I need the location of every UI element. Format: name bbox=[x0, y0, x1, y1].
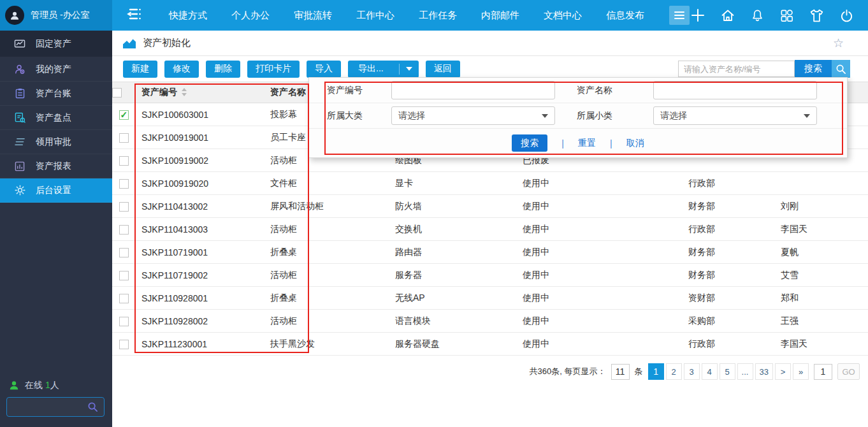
apps-grid-icon[interactable] bbox=[779, 8, 794, 23]
table-row[interactable]: ✓ SJKP110928001 折叠桌 无线AP 使用中 资财部 郑和 bbox=[112, 287, 868, 310]
filter-reset-link[interactable]: 重置 bbox=[578, 138, 596, 149]
cell-asset-code: SJKP110413002 bbox=[135, 195, 264, 218]
filter-search-button[interactable]: 搜索 bbox=[512, 134, 547, 152]
cell-asset-code: SJKP111230001 bbox=[135, 333, 264, 356]
sidebar-item-backend-settings[interactable]: 后台设置 bbox=[0, 178, 112, 203]
quick-search-input[interactable] bbox=[678, 61, 795, 77]
cell-asset-code: SJKP100603001 bbox=[135, 103, 264, 126]
page-button[interactable]: ... bbox=[737, 363, 753, 380]
menu-item[interactable]: 文档中心 bbox=[532, 0, 594, 31]
cell-asset-name: 活动柜 bbox=[264, 310, 389, 333]
search-icon[interactable] bbox=[87, 402, 98, 412]
cell-asset-code: SJKP110413003 bbox=[135, 218, 264, 241]
table-row[interactable]: ✓ SJKP110413002 屏风和活动柜 防火墙 使用中 财务部 刘刚 bbox=[112, 195, 868, 218]
clipboard-icon bbox=[14, 88, 25, 99]
cell-status: 使用中 bbox=[516, 241, 682, 264]
import-button[interactable]: 导入 bbox=[307, 61, 341, 78]
nav-list-icon[interactable] bbox=[125, 6, 143, 25]
menu-toggle-button[interactable] bbox=[669, 6, 690, 25]
filter-cancel-link[interactable]: 取消 bbox=[626, 138, 644, 149]
header-asset-code[interactable]: 资产编号 bbox=[135, 82, 264, 103]
row-checkbox[interactable]: ✓ bbox=[119, 294, 129, 303]
row-checkbox[interactable]: ✓ bbox=[119, 317, 129, 326]
new-button[interactable]: 新建 bbox=[123, 61, 157, 78]
sidebar-item-requisition-approval[interactable]: 领用审批 bbox=[0, 130, 112, 154]
sidebar-item-label: 领用审批 bbox=[36, 136, 71, 148]
row-checkbox[interactable]: ✓ bbox=[119, 110, 129, 120]
menu-item[interactable]: 快捷方式 bbox=[157, 0, 219, 31]
row-checkbox[interactable]: ✓ bbox=[119, 340, 129, 349]
sidebar-item-label: 资产盘点 bbox=[36, 112, 71, 124]
magnifier-button[interactable] bbox=[832, 60, 850, 78]
page-button[interactable]: » bbox=[793, 363, 809, 380]
favorite-star-icon[interactable]: ☆ bbox=[833, 36, 844, 50]
theme-shirt-icon[interactable] bbox=[809, 8, 825, 23]
cell-department: 采购部 bbox=[682, 310, 774, 333]
report-chart-icon bbox=[14, 161, 25, 171]
page-button[interactable]: 4 bbox=[702, 363, 718, 380]
page-button[interactable]: 3 bbox=[684, 363, 700, 380]
online-label: 在线 bbox=[25, 380, 43, 390]
page-button[interactable]: > bbox=[775, 363, 791, 380]
menu-item[interactable]: 信息发布 bbox=[594, 0, 656, 31]
sidebar-item-asset-inventory[interactable]: 资产盘点 bbox=[0, 106, 112, 130]
menu-item[interactable]: 工作任务 bbox=[407, 0, 469, 31]
page-title: 资产初始化 bbox=[143, 37, 191, 49]
row-checkbox[interactable]: ✓ bbox=[119, 179, 129, 189]
page-size-input[interactable] bbox=[611, 364, 630, 380]
page-button[interactable]: 2 bbox=[666, 363, 682, 380]
menu-item[interactable]: 工作中心 bbox=[344, 0, 407, 31]
menu-item[interactable]: 内部邮件 bbox=[469, 0, 532, 31]
power-icon[interactable] bbox=[839, 8, 854, 23]
cell-department: 财务部 bbox=[682, 241, 774, 264]
select-all-checkbox[interactable]: ✓ bbox=[112, 88, 122, 98]
plus-icon[interactable] bbox=[690, 8, 705, 23]
table-row[interactable]: ✓ SJKP110928002 活动柜 语言模块 使用中 采购部 王强 bbox=[112, 310, 868, 333]
cell-status: 使用中 bbox=[516, 310, 682, 333]
sidebar-search-input[interactable] bbox=[6, 397, 105, 417]
delete-button[interactable]: 删除 bbox=[206, 61, 240, 78]
major-category-select[interactable]: 请选择 bbox=[391, 106, 555, 125]
sidebar-item-fixed-assets[interactable]: 固定资产 bbox=[0, 31, 112, 57]
filter-row-1: 资产编号 资产名称 bbox=[309, 78, 847, 103]
asset-name-input[interactable] bbox=[653, 81, 817, 99]
sidebar-item-asset-reports[interactable]: 资产报表 bbox=[0, 154, 112, 178]
back-button[interactable]: 返回 bbox=[426, 61, 460, 78]
home-icon[interactable] bbox=[720, 8, 735, 23]
row-checkbox[interactable]: ✓ bbox=[119, 156, 129, 166]
go-button[interactable]: GO bbox=[837, 363, 860, 380]
menu-item[interactable]: 审批流转 bbox=[282, 0, 344, 31]
asset-code-input[interactable] bbox=[391, 81, 555, 99]
table-row[interactable]: ✓ SJKP110719002 活动柜 服务器 使用中 财务部 艾雪 bbox=[112, 264, 868, 287]
user-area[interactable]: 管理员 -办公室 bbox=[0, 0, 112, 31]
row-checkbox[interactable]: ✓ bbox=[119, 225, 129, 235]
row-checkbox[interactable]: ✓ bbox=[119, 202, 129, 212]
table-row[interactable]: ✓ SJKP111230001 扶手黑沙发 服务器硬盘 使用中 行政部 李国天 bbox=[112, 333, 868, 356]
export-dropdown-button[interactable]: 导出... bbox=[348, 61, 419, 78]
page-button[interactable]: 33 bbox=[755, 363, 773, 380]
table-row[interactable]: ✓ SJKP100919020 文件柜 显卡 使用中 行政部 bbox=[112, 172, 868, 195]
sidebar-item-asset-ledger[interactable]: 资产台账 bbox=[0, 82, 112, 106]
bell-icon[interactable] bbox=[750, 8, 765, 23]
print-card-button[interactable]: 打印卡片 bbox=[247, 61, 300, 78]
filter-row-2: 所属大类 请选择 所属小类 请选择 bbox=[309, 103, 847, 129]
search-icon bbox=[835, 64, 846, 75]
minor-category-label: 所属小类 bbox=[577, 110, 653, 122]
row-checkbox[interactable]: ✓ bbox=[119, 248, 129, 257]
modify-button[interactable]: 修改 bbox=[164, 61, 199, 78]
cell-user: 李国天 bbox=[774, 333, 868, 356]
minor-category-select[interactable]: 请选择 bbox=[653, 106, 817, 125]
table-row[interactable]: ✓ SJKP110413003 活动柜 交换机 使用中 行政部 李国天 bbox=[112, 218, 868, 241]
page-button[interactable]: 5 bbox=[720, 363, 735, 380]
page-button[interactable]: 1 bbox=[648, 363, 664, 380]
sidebar-item-label: 后台设置 bbox=[36, 185, 71, 196]
goto-page-input[interactable] bbox=[814, 364, 832, 380]
menu-item[interactable]: 个人办公 bbox=[219, 0, 282, 31]
sort-icon[interactable] bbox=[181, 88, 187, 98]
row-checkbox[interactable]: ✓ bbox=[119, 133, 129, 143]
row-checkbox[interactable]: ✓ bbox=[119, 271, 129, 280]
sidebar-item-label: 资产台账 bbox=[36, 88, 71, 99]
quick-search-button[interactable]: 搜索 bbox=[795, 60, 832, 78]
table-row[interactable]: ✓ SJKP110719001 折叠桌 路由器 使用中 财务部 夏帆 bbox=[112, 241, 868, 264]
sidebar-item-my-assets[interactable]: 我的资产 bbox=[0, 57, 112, 82]
